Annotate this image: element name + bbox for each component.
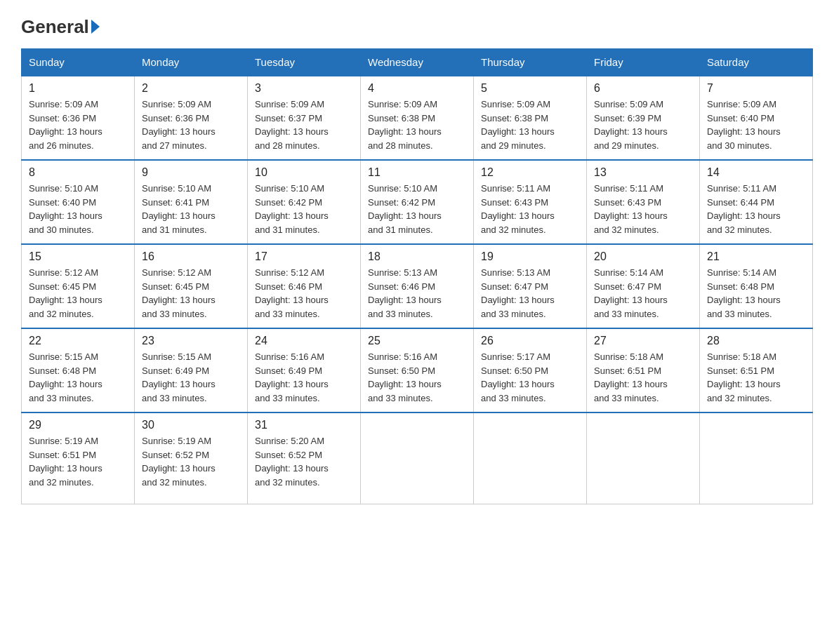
day-info: Sunrise: 5:19 AM Sunset: 6:51 PM Dayligh… [29, 434, 127, 489]
day-number: 26 [481, 335, 579, 347]
header-sunday: Sunday [22, 49, 135, 76]
day-info: Sunrise: 5:11 AM Sunset: 6:43 PM Dayligh… [481, 182, 579, 236]
day-info: Sunrise: 5:16 AM Sunset: 6:49 PM Dayligh… [255, 350, 353, 405]
day-number: 2 [142, 82, 240, 95]
calendar-week-row: 29 Sunrise: 5:19 AM Sunset: 6:51 PM Dayl… [22, 412, 813, 504]
header-monday: Monday [135, 49, 248, 76]
calendar-cell: 12 Sunrise: 5:11 AM Sunset: 6:43 PM Dayl… [474, 160, 587, 244]
calendar-week-row: 22 Sunrise: 5:15 AM Sunset: 6:48 PM Dayl… [22, 328, 813, 412]
logo: General [21, 14, 100, 36]
calendar-cell: 24 Sunrise: 5:16 AM Sunset: 6:49 PM Dayl… [248, 328, 361, 412]
calendar-cell: 16 Sunrise: 5:12 AM Sunset: 6:45 PM Dayl… [135, 244, 248, 328]
day-number: 30 [142, 419, 240, 431]
day-info: Sunrise: 5:09 AM Sunset: 6:37 PM Dayligh… [255, 98, 353, 152]
day-number: 14 [707, 166, 805, 179]
calendar-cell: 21 Sunrise: 5:14 AM Sunset: 6:48 PM Dayl… [700, 244, 813, 328]
header-tuesday: Tuesday [248, 49, 361, 76]
day-info: Sunrise: 5:12 AM Sunset: 6:46 PM Dayligh… [255, 266, 353, 321]
day-number: 11 [368, 166, 466, 179]
day-info: Sunrise: 5:14 AM Sunset: 6:47 PM Dayligh… [594, 266, 692, 321]
day-number: 19 [481, 250, 579, 263]
day-number: 21 [707, 250, 805, 263]
header-saturday: Saturday [700, 49, 813, 76]
day-info: Sunrise: 5:18 AM Sunset: 6:51 PM Dayligh… [594, 350, 692, 405]
day-number: 13 [594, 166, 692, 179]
day-number: 12 [481, 166, 579, 179]
day-info: Sunrise: 5:12 AM Sunset: 6:45 PM Dayligh… [142, 266, 240, 321]
day-info: Sunrise: 5:11 AM Sunset: 6:43 PM Dayligh… [594, 182, 692, 236]
logo-general: General [21, 18, 100, 36]
calendar-cell: 29 Sunrise: 5:19 AM Sunset: 6:51 PM Dayl… [22, 412, 135, 504]
calendar-cell: 22 Sunrise: 5:15 AM Sunset: 6:48 PM Dayl… [22, 328, 135, 412]
day-number: 18 [368, 250, 466, 263]
day-number: 7 [707, 82, 805, 95]
calendar-cell: 19 Sunrise: 5:13 AM Sunset: 6:47 PM Dayl… [474, 244, 587, 328]
day-number: 22 [29, 335, 127, 347]
day-info: Sunrise: 5:19 AM Sunset: 6:52 PM Dayligh… [142, 434, 240, 489]
calendar-cell: 27 Sunrise: 5:18 AM Sunset: 6:51 PM Dayl… [587, 328, 700, 412]
day-number: 8 [29, 166, 127, 179]
day-info: Sunrise: 5:09 AM Sunset: 6:36 PM Dayligh… [142, 98, 240, 152]
calendar-cell: 3 Sunrise: 5:09 AM Sunset: 6:37 PM Dayli… [248, 76, 361, 160]
calendar-cell: 10 Sunrise: 5:10 AM Sunset: 6:42 PM Dayl… [248, 160, 361, 244]
day-info: Sunrise: 5:09 AM Sunset: 6:38 PM Dayligh… [368, 98, 466, 152]
day-number: 6 [594, 82, 692, 95]
calendar-cell [700, 412, 813, 504]
calendar-cell: 8 Sunrise: 5:10 AM Sunset: 6:40 PM Dayli… [22, 160, 135, 244]
day-number: 20 [594, 250, 692, 263]
day-info: Sunrise: 5:13 AM Sunset: 6:46 PM Dayligh… [368, 266, 466, 321]
calendar-cell: 28 Sunrise: 5:18 AM Sunset: 6:51 PM Dayl… [700, 328, 813, 412]
day-number: 9 [142, 166, 240, 179]
day-number: 23 [142, 335, 240, 347]
day-info: Sunrise: 5:17 AM Sunset: 6:50 PM Dayligh… [481, 350, 579, 405]
day-number: 25 [368, 335, 466, 347]
day-number: 4 [368, 82, 466, 95]
header-friday: Friday [587, 49, 700, 76]
day-number: 31 [255, 419, 353, 431]
calendar-cell: 2 Sunrise: 5:09 AM Sunset: 6:36 PM Dayli… [135, 76, 248, 160]
calendar-cell: 7 Sunrise: 5:09 AM Sunset: 6:40 PM Dayli… [700, 76, 813, 160]
calendar-week-row: 1 Sunrise: 5:09 AM Sunset: 6:36 PM Dayli… [22, 76, 813, 160]
day-number: 15 [29, 250, 127, 263]
day-info: Sunrise: 5:09 AM Sunset: 6:39 PM Dayligh… [594, 98, 692, 152]
day-info: Sunrise: 5:09 AM Sunset: 6:36 PM Dayligh… [29, 98, 127, 152]
day-info: Sunrise: 5:09 AM Sunset: 6:38 PM Dayligh… [481, 98, 579, 152]
calendar-cell: 20 Sunrise: 5:14 AM Sunset: 6:47 PM Dayl… [587, 244, 700, 328]
day-number: 16 [142, 250, 240, 263]
day-number: 27 [594, 335, 692, 347]
day-number: 10 [255, 166, 353, 179]
logo-arrow-icon [91, 20, 100, 34]
calendar-cell: 4 Sunrise: 5:09 AM Sunset: 6:38 PM Dayli… [361, 76, 474, 160]
calendar-cell: 11 Sunrise: 5:10 AM Sunset: 6:42 PM Dayl… [361, 160, 474, 244]
day-info: Sunrise: 5:15 AM Sunset: 6:49 PM Dayligh… [142, 350, 240, 405]
calendar-cell: 25 Sunrise: 5:16 AM Sunset: 6:50 PM Dayl… [361, 328, 474, 412]
day-info: Sunrise: 5:16 AM Sunset: 6:50 PM Dayligh… [368, 350, 466, 405]
day-info: Sunrise: 5:14 AM Sunset: 6:48 PM Dayligh… [707, 266, 805, 321]
calendar-cell [587, 412, 700, 504]
calendar-cell: 23 Sunrise: 5:15 AM Sunset: 6:49 PM Dayl… [135, 328, 248, 412]
calendar-cell: 17 Sunrise: 5:12 AM Sunset: 6:46 PM Dayl… [248, 244, 361, 328]
calendar-cell: 6 Sunrise: 5:09 AM Sunset: 6:39 PM Dayli… [587, 76, 700, 160]
page-header: General [21, 14, 813, 36]
calendar-cell: 15 Sunrise: 5:12 AM Sunset: 6:45 PM Dayl… [22, 244, 135, 328]
day-number: 1 [29, 82, 127, 95]
day-info: Sunrise: 5:09 AM Sunset: 6:40 PM Dayligh… [707, 98, 805, 152]
calendar-week-row: 8 Sunrise: 5:10 AM Sunset: 6:40 PM Dayli… [22, 160, 813, 244]
calendar-cell: 31 Sunrise: 5:20 AM Sunset: 6:52 PM Dayl… [248, 412, 361, 504]
day-number: 3 [255, 82, 353, 95]
day-info: Sunrise: 5:10 AM Sunset: 6:40 PM Dayligh… [29, 182, 127, 236]
calendar-header-row: SundayMondayTuesdayWednesdayThursdayFrid… [22, 49, 813, 76]
day-info: Sunrise: 5:20 AM Sunset: 6:52 PM Dayligh… [255, 434, 353, 489]
day-number: 17 [255, 250, 353, 263]
day-number: 29 [29, 419, 127, 431]
calendar-cell: 18 Sunrise: 5:13 AM Sunset: 6:46 PM Dayl… [361, 244, 474, 328]
calendar-cell [474, 412, 587, 504]
calendar-table: SundayMondayTuesdayWednesdayThursdayFrid… [21, 48, 813, 504]
calendar-cell [361, 412, 474, 504]
calendar-cell: 13 Sunrise: 5:11 AM Sunset: 6:43 PM Dayl… [587, 160, 700, 244]
day-info: Sunrise: 5:18 AM Sunset: 6:51 PM Dayligh… [707, 350, 805, 405]
day-number: 5 [481, 82, 579, 95]
header-wednesday: Wednesday [361, 49, 474, 76]
day-info: Sunrise: 5:10 AM Sunset: 6:42 PM Dayligh… [255, 182, 353, 236]
header-thursday: Thursday [474, 49, 587, 76]
